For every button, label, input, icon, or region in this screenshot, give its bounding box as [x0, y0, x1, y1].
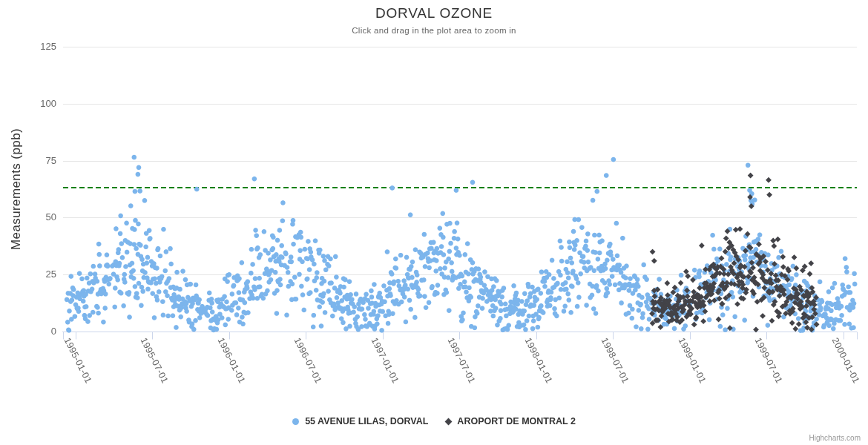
plot-area-canvas[interactable] [0, 0, 868, 445]
y-axis-tick-label: 50 [13, 212, 56, 222]
y-axis-tick-label: 0 [13, 326, 56, 337]
legend-item-airport[interactable]: AROPORT DE MONTRAL 2 [446, 416, 576, 426]
legend: 55 AVENUE LILAS, DORVAL AROPORT DE MONTR… [0, 416, 868, 426]
y-axis-tick-label: 75 [13, 156, 56, 166]
ozone-chart: DORVAL OZONE Click and drag in the plot … [0, 0, 868, 445]
y-axis-tick-label: 25 [13, 269, 56, 280]
legend-label-lilas: 55 AVENUE LILAS, DORVAL [305, 416, 428, 426]
highcharts-credit-link[interactable]: Highcharts.com [809, 434, 861, 442]
y-axis-tick-label: 100 [13, 99, 56, 109]
chart-title: DORVAL OZONE [0, 5, 868, 22]
diamond-marker-icon [445, 418, 453, 425]
circle-marker-icon [292, 418, 299, 425]
legend-label-airport: AROPORT DE MONTRAL 2 [457, 416, 576, 426]
y-axis-title: Measurements (ppb) [9, 128, 24, 250]
chart-subtitle: Click and drag in the plot area to zoom … [0, 26, 868, 35]
y-axis-tick-label: 125 [13, 42, 56, 52]
legend-item-lilas[interactable]: 55 AVENUE LILAS, DORVAL [292, 416, 428, 426]
